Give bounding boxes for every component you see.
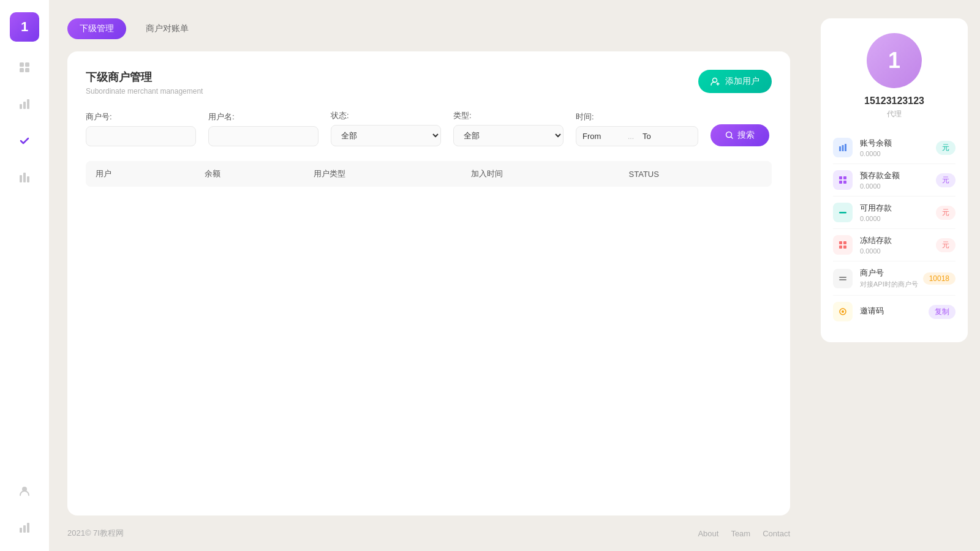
balance-badge[interactable]: 元 bbox=[936, 141, 956, 155]
svg-rect-25 bbox=[843, 241, 846, 244]
username-group: 用户名: bbox=[208, 111, 318, 146]
svg-rect-21 bbox=[839, 181, 842, 184]
date-to-input[interactable] bbox=[636, 127, 685, 146]
time-group: 时间: ... bbox=[576, 111, 698, 146]
frozen-icon bbox=[833, 235, 853, 255]
merchant-id-icon bbox=[833, 269, 853, 288]
date-separator: ... bbox=[625, 132, 636, 141]
balance-value: 0.0000 bbox=[860, 150, 936, 157]
svg-rect-1 bbox=[25, 62, 29, 67]
search-form: 商户号: 用户名: 状态: 全部 启用 禁用 类型: 全部 代理 bbox=[86, 110, 772, 146]
status-select[interactable]: 全部 启用 禁用 bbox=[331, 125, 441, 146]
right-panel: 1 15123123123 代理 账号余额 0.0000 元 bbox=[809, 0, 980, 551]
svg-rect-17 bbox=[842, 145, 844, 151]
svg-rect-23 bbox=[839, 212, 846, 214]
card-subtitle: Subordinate merchant management bbox=[86, 87, 203, 96]
search-button[interactable]: 搜索 bbox=[710, 124, 769, 146]
info-row-prepaid: 预存款金额 0.0000 元 bbox=[833, 164, 956, 197]
footer-about-link[interactable]: About bbox=[698, 529, 718, 538]
svg-rect-27 bbox=[843, 246, 846, 249]
table-header: 用户 余额 用户类型 加入时间 STATUS bbox=[86, 161, 772, 187]
svg-rect-28 bbox=[839, 277, 846, 278]
username-input[interactable] bbox=[208, 126, 318, 146]
sidebar-item-grid[interactable] bbox=[13, 56, 36, 78]
profile-card: 1 15123123123 代理 账号余额 0.0000 元 bbox=[821, 18, 968, 342]
frozen-label: 冻结存款 bbox=[860, 235, 936, 246]
tab-subordinate-management[interactable]: 下级管理 bbox=[67, 18, 126, 39]
add-user-label: 添加用户 bbox=[725, 76, 760, 87]
svg-rect-7 bbox=[20, 175, 22, 182]
search-icon bbox=[725, 131, 734, 140]
col-user-type: 用户类型 bbox=[304, 161, 461, 187]
date-range: ... bbox=[576, 126, 698, 146]
type-select[interactable]: 全部 代理 商户 bbox=[453, 125, 564, 146]
sidebar-item-check[interactable] bbox=[13, 130, 36, 152]
footer-contact-link[interactable]: Contact bbox=[763, 529, 790, 538]
available-icon bbox=[833, 203, 853, 222]
tab-merchant-reconciliation[interactable]: 商户对账单 bbox=[134, 18, 201, 39]
data-table: 用户 余额 用户类型 加入时间 STATUS bbox=[86, 161, 772, 187]
merchant-id-label: 商户号: bbox=[86, 111, 196, 122]
invite-label: 邀请码 bbox=[860, 305, 929, 317]
info-row-invite: 邀请码 复制 bbox=[833, 296, 956, 328]
svg-rect-8 bbox=[23, 173, 26, 182]
sidebar-item-chart[interactable] bbox=[13, 93, 36, 115]
merchant-id-desc: 对接API时的商户号 bbox=[860, 280, 923, 289]
frozen-badge[interactable]: 元 bbox=[936, 238, 956, 252]
svg-rect-24 bbox=[839, 241, 842, 244]
merchant-id-input[interactable] bbox=[86, 126, 196, 146]
merchant-id-info: 商户号 对接API时的商户号 bbox=[860, 268, 923, 289]
merchant-id-badge[interactable]: 10018 bbox=[923, 272, 956, 285]
date-from-input[interactable] bbox=[576, 127, 625, 146]
available-info: 可用存款 0.0000 bbox=[860, 203, 936, 222]
svg-rect-0 bbox=[20, 62, 24, 67]
copyright: 2021© 7I教程网 bbox=[67, 528, 124, 539]
invite-info: 邀请码 bbox=[860, 305, 929, 318]
main-card: 下级商户管理 Subordinate merchant management 添… bbox=[67, 51, 790, 515]
table-container: 用户 余额 用户类型 加入时间 STATUS bbox=[86, 161, 772, 497]
profile-phone: 15123123123 bbox=[864, 96, 924, 107]
main-content: 下级管理 商户对账单 下级商户管理 Subordinate merchant m… bbox=[49, 0, 809, 551]
card-title-section: 下级商户管理 Subordinate merchant management bbox=[86, 70, 203, 96]
sidebar-item-user[interactable] bbox=[13, 480, 36, 502]
svg-rect-20 bbox=[843, 176, 846, 179]
top-tabs: 下级管理 商户对账单 bbox=[67, 18, 790, 39]
balance-label: 账号余额 bbox=[860, 138, 936, 149]
col-join-time: 加入时间 bbox=[461, 161, 619, 187]
svg-rect-29 bbox=[839, 279, 846, 280]
invite-copy-badge[interactable]: 复制 bbox=[929, 305, 956, 319]
card-header: 下级商户管理 Subordinate merchant management 添… bbox=[86, 70, 772, 96]
svg-rect-26 bbox=[839, 246, 842, 249]
card-title: 下级商户管理 bbox=[86, 70, 203, 84]
sidebar-item-bottom-chart[interactable] bbox=[13, 517, 36, 539]
footer-team-link[interactable]: Team bbox=[731, 529, 750, 538]
info-row-merchant-id: 商户号 对接API时的商户号 10018 bbox=[833, 261, 956, 296]
svg-point-31 bbox=[842, 310, 844, 313]
status-group: 状态: 全部 启用 禁用 bbox=[331, 110, 441, 146]
frozen-info: 冻结存款 0.0000 bbox=[860, 235, 936, 255]
info-row-balance: 账号余额 0.0000 元 bbox=[833, 132, 956, 164]
status-label: 状态: bbox=[331, 110, 441, 121]
footer: 2021© 7I教程网 About Team Contact bbox=[67, 528, 790, 539]
svg-rect-6 bbox=[27, 99, 29, 109]
sidebar-logo[interactable]: 1 bbox=[10, 12, 39, 42]
time-label: 时间: bbox=[576, 111, 698, 122]
svg-rect-13 bbox=[27, 523, 29, 533]
svg-rect-12 bbox=[23, 525, 26, 533]
balance-icon bbox=[833, 138, 853, 157]
search-button-label: 搜索 bbox=[737, 130, 755, 141]
available-value: 0.0000 bbox=[860, 215, 936, 222]
balance-info: 账号余额 0.0000 bbox=[860, 138, 936, 157]
prepaid-badge[interactable]: 元 bbox=[936, 173, 956, 187]
frozen-value: 0.0000 bbox=[860, 247, 936, 255]
add-user-button[interactable]: 添加用户 bbox=[698, 70, 772, 93]
prepaid-info: 预存款金额 0.0000 bbox=[860, 170, 936, 190]
available-label: 可用存款 bbox=[860, 203, 936, 214]
available-badge[interactable]: 元 bbox=[936, 206, 956, 220]
merchant-id-group: 商户号: bbox=[86, 111, 196, 146]
svg-rect-19 bbox=[839, 176, 842, 179]
col-user: 用户 bbox=[86, 161, 195, 187]
prepaid-label: 预存款金额 bbox=[860, 170, 936, 181]
search-btn-group: 搜索 bbox=[710, 124, 769, 146]
sidebar-item-table[interactable] bbox=[13, 167, 36, 189]
